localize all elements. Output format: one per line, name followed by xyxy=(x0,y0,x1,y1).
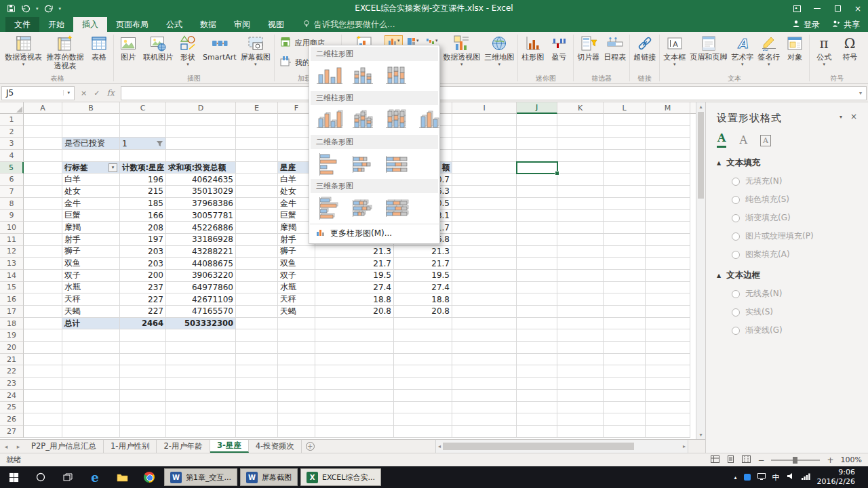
cell-J15[interactable] xyxy=(517,282,557,294)
cell-K11[interactable] xyxy=(557,234,604,246)
cell-H18[interactable] xyxy=(394,318,452,330)
cell-I6[interactable] xyxy=(452,174,517,186)
cell-J2[interactable] xyxy=(517,126,557,138)
cell-K9[interactable] xyxy=(557,210,604,222)
row-header-16[interactable]: 16 xyxy=(0,293,24,306)
cell-H12[interactable]: 21.3 xyxy=(394,246,452,258)
cell-B18[interactable]: 总计 xyxy=(62,318,120,330)
row-header-5[interactable]: 5 xyxy=(0,162,24,174)
cell-E1[interactable] xyxy=(236,114,278,126)
cell-B1[interactable] xyxy=(62,114,120,126)
cell-H13[interactable]: 21.7 xyxy=(394,258,452,270)
cell-C22[interactable] xyxy=(120,365,166,378)
cell-C4[interactable] xyxy=(120,150,166,162)
expand-formula-bar-icon[interactable]: ▾ xyxy=(859,90,862,96)
cell-K17[interactable] xyxy=(557,306,604,318)
cell-E27[interactable] xyxy=(236,426,278,438)
cell-M20[interactable] xyxy=(646,342,690,354)
pivot-chart-button[interactable]: 数据透视图▾ xyxy=(441,33,482,73)
row-header-20[interactable]: 20 xyxy=(0,342,24,354)
cell-F24[interactable] xyxy=(278,390,315,402)
cell-L2[interactable] xyxy=(604,126,646,138)
cell-C10[interactable]: 208 xyxy=(120,222,166,234)
column-header-E[interactable]: E xyxy=(236,102,278,114)
cell-M11[interactable] xyxy=(646,234,690,246)
formula-input[interactable]: ▾ xyxy=(121,86,867,100)
cell-D17[interactable]: 47165570 xyxy=(166,306,236,318)
cell-L14[interactable] xyxy=(604,270,646,282)
cell-M27[interactable] xyxy=(646,426,690,438)
sheet-tab-1[interactable]: 1-用户性别 xyxy=(104,440,157,453)
cell-I14[interactable] xyxy=(452,270,517,282)
enter-formula-icon[interactable]: ✓ xyxy=(94,89,100,98)
cell-M2[interactable] xyxy=(646,126,690,138)
row-header-13[interactable]: 13 xyxy=(0,258,24,270)
bar3d-stacked100-option[interactable] xyxy=(380,196,412,220)
row-header-21[interactable]: 21 xyxy=(0,354,24,366)
cell-C27[interactable] xyxy=(120,426,166,438)
text-fill-tab[interactable]: A xyxy=(717,131,726,148)
cell-K26[interactable] xyxy=(557,413,604,426)
cell-I5[interactable] xyxy=(452,162,517,174)
sheet-tab-0[interactable]: P2P_用户信息汇总 xyxy=(24,440,104,453)
cell-L7[interactable] xyxy=(604,186,646,198)
cell-D11[interactable]: 33186928 xyxy=(166,234,236,246)
cell-M15[interactable] xyxy=(646,282,690,294)
cell-M22[interactable] xyxy=(646,365,690,378)
radio-icon[interactable] xyxy=(732,196,740,204)
cell-E26[interactable] xyxy=(236,413,278,426)
cell-E4[interactable] xyxy=(236,150,278,162)
cell-C3[interactable]: 1 xyxy=(120,138,166,150)
cell-I25[interactable] xyxy=(452,402,517,414)
cell-L9[interactable] xyxy=(604,210,646,222)
cell-A17[interactable] xyxy=(24,306,62,318)
tray-monitor-icon[interactable] xyxy=(757,473,766,482)
row-header-27[interactable]: 27 xyxy=(0,426,24,438)
radio-icon[interactable] xyxy=(732,232,740,241)
sheet-nav-right-icon[interactable]: ▸ xyxy=(12,440,24,453)
more-column-charts-option[interactable]: 更多柱形图(M)... xyxy=(310,224,439,243)
cell-D9[interactable]: 30057781 xyxy=(166,210,236,222)
cell-H17[interactable]: 20.8 xyxy=(394,306,452,318)
recommended-pivot-button[interactable]: 推荐的数据透视表 xyxy=(44,33,86,73)
cell-K4[interactable] xyxy=(557,150,604,162)
row-header-4[interactable]: 4 xyxy=(0,150,24,162)
zoom-level[interactable]: 100% xyxy=(841,455,862,464)
cell-C16[interactable]: 227 xyxy=(120,293,166,306)
text-effects-tab[interactable]: A xyxy=(738,134,748,148)
cell-K27[interactable] xyxy=(557,426,604,438)
cell-D19[interactable] xyxy=(166,329,236,342)
cell-A21[interactable] xyxy=(24,354,62,366)
cell-M21[interactable] xyxy=(646,354,690,366)
insert-function-icon[interactable]: fx xyxy=(106,88,114,98)
cell-J23[interactable] xyxy=(517,378,557,390)
column-header-C[interactable]: C xyxy=(120,102,166,114)
cell-A16[interactable] xyxy=(24,293,62,306)
cell-M3[interactable] xyxy=(646,138,690,150)
cell-I16[interactable] xyxy=(452,293,517,306)
radio-option[interactable]: 实线(S) xyxy=(732,306,857,318)
hyperlink-button[interactable]: 超链接 xyxy=(631,33,658,73)
cell-J26[interactable] xyxy=(517,413,557,426)
cell-G22[interactable] xyxy=(315,365,394,378)
ribbon-display-options-icon[interactable] xyxy=(787,0,807,17)
cell-L19[interactable] xyxy=(604,329,646,342)
pane-options-icon[interactable]: ▾ xyxy=(840,114,842,120)
start-button[interactable] xyxy=(0,466,27,488)
cell-G24[interactable] xyxy=(315,390,394,402)
cell-D6[interactable]: 40624635 xyxy=(166,174,236,186)
cell-I17[interactable] xyxy=(452,306,517,318)
cell-H24[interactable] xyxy=(394,390,452,402)
save-icon[interactable] xyxy=(7,4,16,13)
column-header-B[interactable]: B xyxy=(62,102,120,114)
cell-B11[interactable]: 射手 xyxy=(62,234,120,246)
page-layout-view-icon[interactable] xyxy=(726,455,735,465)
cell-E15[interactable] xyxy=(236,282,278,294)
cell-J24[interactable] xyxy=(517,390,557,402)
cell-H26[interactable] xyxy=(394,413,452,426)
ribbon-tab-home[interactable]: 开始 xyxy=(39,17,73,32)
cell-D22[interactable] xyxy=(166,365,236,378)
radio-option[interactable]: 无线条(N) xyxy=(732,288,857,300)
file-explorer-icon[interactable] xyxy=(108,466,136,488)
cell-L4[interactable] xyxy=(604,150,646,162)
